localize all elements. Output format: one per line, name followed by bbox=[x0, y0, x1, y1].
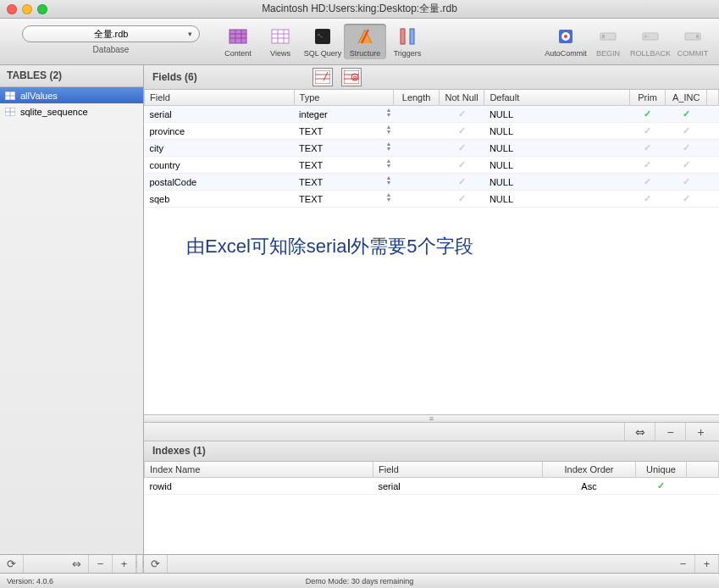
index-field-cell[interactable]: serial bbox=[373, 478, 543, 495]
type-stepper-icon[interactable]: ▴▾ bbox=[387, 158, 390, 169]
field-type-cell[interactable]: integer▴▾ bbox=[294, 106, 394, 123]
sidebar-item-allvalues[interactable]: allValues bbox=[0, 87, 143, 103]
field-default-cell[interactable]: NULL bbox=[484, 140, 629, 157]
field-name-cell[interactable]: sqeb bbox=[145, 191, 295, 208]
field-type-cell[interactable]: TEXT▴▾ bbox=[294, 140, 394, 157]
field-notnull-cell[interactable]: ✓ bbox=[439, 106, 484, 123]
indexes-remove-button[interactable]: − bbox=[672, 555, 695, 573]
field-ainc-cell[interactable]: ✓ bbox=[666, 140, 707, 157]
idx-col-field[interactable]: Field bbox=[373, 462, 543, 478]
fields-remove-button[interactable]: − bbox=[655, 423, 685, 441]
idx-col-order[interactable]: Index Order bbox=[543, 462, 636, 478]
field-length-cell[interactable] bbox=[394, 157, 440, 174]
toolbar-triggers-button[interactable]: Triggers bbox=[386, 24, 429, 59]
toolbar-sqlquery-button[interactable]: >_ SQL Query bbox=[301, 24, 344, 59]
type-stepper-icon[interactable]: ▴▾ bbox=[387, 141, 390, 152]
type-stepper-icon[interactable]: ▴▾ bbox=[387, 108, 390, 118]
field-name-cell[interactable]: postalCode bbox=[145, 174, 295, 191]
drag-separator[interactable]: ≡ bbox=[144, 414, 719, 423]
field-length-cell[interactable] bbox=[394, 191, 440, 208]
field-prim-cell[interactable]: ✓ bbox=[629, 157, 666, 174]
sidebar-resize-grip[interactable]: ⋮⋮ bbox=[136, 555, 143, 573]
fields-add-button[interactable]: + bbox=[685, 423, 716, 441]
field-name-cell[interactable]: province bbox=[145, 123, 295, 140]
field-notnull-cell[interactable]: ✓ bbox=[439, 191, 484, 208]
sidebar-refresh-button[interactable]: ⟳ bbox=[0, 555, 24, 573]
content-refresh-button[interactable]: ⟳ bbox=[144, 555, 168, 573]
field-length-cell[interactable] bbox=[394, 106, 440, 123]
fields-move-button[interactable]: ⇔ bbox=[624, 423, 655, 441]
field-type-cell[interactable]: TEXT▴▾ bbox=[294, 191, 394, 208]
col-header-default[interactable]: Default bbox=[484, 90, 629, 106]
col-header-field[interactable]: Field bbox=[145, 90, 295, 106]
toolbar-content-button[interactable]: Content bbox=[217, 24, 259, 59]
sidebar-remove-button[interactable]: − bbox=[89, 555, 113, 573]
toolbar-views-button[interactable]: Views bbox=[259, 24, 301, 59]
field-default-cell[interactable]: NULL bbox=[484, 157, 629, 174]
index-unique-cell[interactable]: ✓ bbox=[636, 478, 687, 495]
field-default-cell[interactable]: NULL bbox=[484, 106, 629, 123]
toolbar-structure-button[interactable]: Structure bbox=[344, 24, 386, 59]
field-name-cell[interactable]: country bbox=[145, 157, 295, 174]
field-row[interactable]: countryTEXT▴▾✓NULL✓✓ bbox=[145, 157, 719, 174]
field-prim-cell[interactable]: ✓ bbox=[629, 106, 666, 123]
field-default-cell[interactable]: NULL bbox=[484, 174, 629, 191]
field-ainc-cell[interactable]: ✓ bbox=[666, 191, 707, 208]
index-order-cell[interactable]: Asc bbox=[543, 478, 636, 495]
field-notnull-cell[interactable]: ✓ bbox=[439, 157, 484, 174]
idx-col-name[interactable]: Index Name bbox=[145, 462, 373, 478]
toolbar-autocommit-button[interactable]: AutoCommit bbox=[545, 24, 587, 59]
sidebar-item-label: sqlite_sequence bbox=[20, 107, 88, 117]
field-name-cell[interactable]: serial bbox=[145, 106, 295, 123]
field-notnull-cell[interactable]: ✓ bbox=[439, 140, 484, 157]
col-header-prim[interactable]: Prim bbox=[629, 90, 666, 106]
field-row[interactable]: sqebTEXT▴▾✓NULL✓✓ bbox=[145, 191, 719, 208]
field-length-cell[interactable] bbox=[394, 174, 440, 191]
toolbar-commit-button[interactable]: COMMIT bbox=[672, 24, 714, 59]
field-default-cell[interactable]: NULL bbox=[484, 191, 629, 208]
type-stepper-icon[interactable]: ▴▾ bbox=[387, 192, 390, 202]
field-row[interactable]: provinceTEXT▴▾✓NULL✓✓ bbox=[145, 123, 719, 140]
field-notnull-cell[interactable]: ✓ bbox=[439, 174, 484, 191]
close-window-button[interactable] bbox=[7, 4, 17, 14]
field-row[interactable]: cityTEXT▴▾✓NULL✓✓ bbox=[145, 140, 719, 157]
col-header-ainc[interactable]: A_INC bbox=[666, 90, 707, 106]
minimize-window-button[interactable] bbox=[22, 4, 32, 14]
field-notnull-cell[interactable]: ✓ bbox=[439, 123, 484, 140]
col-header-notnull[interactable]: Not Null bbox=[439, 90, 484, 106]
fields-action-icon-2[interactable]: R bbox=[341, 68, 362, 86]
toolbar-begin-label: BEGIN bbox=[596, 49, 620, 58]
field-length-cell[interactable] bbox=[394, 140, 440, 157]
field-ainc-cell[interactable]: ✓ bbox=[666, 123, 707, 140]
field-default-cell[interactable]: NULL bbox=[484, 123, 629, 140]
type-stepper-icon[interactable]: ▴▾ bbox=[387, 175, 390, 186]
sidebar-move-button[interactable]: ⇔ bbox=[65, 555, 89, 573]
field-length-cell[interactable] bbox=[394, 123, 440, 140]
toolbar-begin-button[interactable]: BEGIN bbox=[587, 24, 629, 59]
field-type-cell[interactable]: TEXT▴▾ bbox=[294, 123, 394, 140]
field-prim-cell[interactable]: ✓ bbox=[629, 123, 666, 140]
type-stepper-icon[interactable]: ▴▾ bbox=[387, 125, 390, 135]
fields-action-icon-1[interactable] bbox=[312, 68, 333, 86]
field-prim-cell[interactable]: ✓ bbox=[629, 140, 666, 157]
toolbar-rollback-button[interactable]: ROLLBACK bbox=[629, 24, 672, 59]
field-row[interactable]: serialinteger▴▾✓NULL✓✓ bbox=[145, 106, 719, 123]
zoom-window-button[interactable] bbox=[37, 4, 47, 14]
sidebar-item-sqlite-sequence[interactable]: sqlite_sequence bbox=[0, 103, 143, 119]
field-prim-cell[interactable]: ✓ bbox=[629, 191, 666, 208]
field-name-cell[interactable]: city bbox=[145, 140, 295, 157]
field-ainc-cell[interactable]: ✓ bbox=[666, 106, 707, 123]
field-type-cell[interactable]: TEXT▴▾ bbox=[294, 174, 394, 191]
database-combo[interactable]: 全量.rdb bbox=[22, 25, 200, 42]
indexes-add-button[interactable]: + bbox=[695, 555, 719, 573]
field-ainc-cell[interactable]: ✓ bbox=[666, 174, 707, 191]
col-header-length[interactable]: Length bbox=[394, 90, 440, 106]
col-header-type[interactable]: Type bbox=[294, 90, 394, 106]
field-row[interactable]: postalCodeTEXT▴▾✓NULL✓✓ bbox=[145, 174, 719, 191]
index-name-cell[interactable]: rowid bbox=[145, 478, 373, 495]
field-type-cell[interactable]: TEXT▴▾ bbox=[294, 157, 394, 174]
field-prim-cell[interactable]: ✓ bbox=[629, 174, 666, 191]
field-ainc-cell[interactable]: ✓ bbox=[666, 157, 707, 174]
idx-col-unique[interactable]: Unique bbox=[636, 462, 687, 478]
index-row[interactable]: rowidserialAsc✓ bbox=[145, 478, 719, 495]
